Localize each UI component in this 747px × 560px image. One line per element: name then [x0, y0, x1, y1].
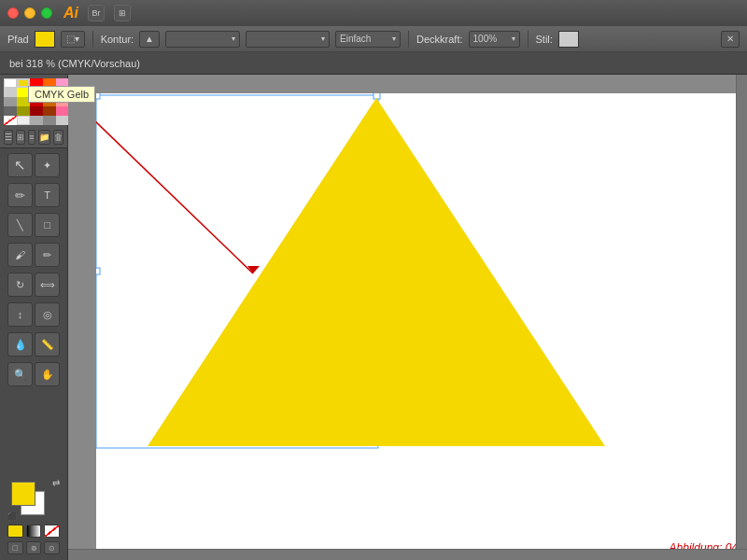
reset-colors-button[interactable]: ⬛ — [7, 512, 17, 521]
stil-swatch[interactable] — [558, 31, 579, 48]
maximize-button[interactable] — [41, 7, 52, 19]
main-layout: CMYK Gelb ☰ ⊞ ≡ 📁 🗑 ↖ ✦ ✏ T ╲ □ — [0, 75, 747, 560]
type-tool[interactable]: T — [35, 183, 60, 207]
handle-top-right[interactable] — [374, 93, 380, 99]
separator-3 — [528, 31, 529, 48]
swatch-yellow2[interactable] — [17, 88, 30, 97]
draw-mode-buttons: □ ⊚ ⊙ — [7, 541, 60, 554]
swap-colors-button[interactable]: ⇄ — [52, 478, 60, 488]
tool-row-4: 🖌 ✏ — [4, 241, 63, 269]
tool-row-7: 💧 📏 — [4, 330, 63, 358]
swatch-grid-btn[interactable]: ⊞ — [16, 130, 25, 145]
swatch-red2[interactable] — [30, 88, 43, 97]
color-area: ⇄ ⬛ □ ⊚ ⊙ — [0, 472, 67, 560]
swatch-red[interactable] — [30, 78, 43, 88]
canvas-area[interactable]: Abbildung: 04 — [68, 75, 747, 560]
pencil-tool[interactable]: ✏ — [35, 243, 60, 267]
direct-selection-tool[interactable]: ✦ — [35, 153, 60, 177]
bridge-icon[interactable]: Br — [88, 5, 105, 21]
swatch-orange[interactable] — [43, 78, 56, 88]
minimize-button[interactable] — [24, 7, 35, 19]
draw-normal-btn[interactable]: □ — [7, 541, 23, 554]
swatch-darkred[interactable] — [30, 97, 43, 106]
blend-tool[interactable]: ◎ — [35, 302, 60, 327]
close-button[interactable] — [7, 7, 19, 19]
swatch-white[interactable] — [4, 78, 17, 88]
swatch-salmon[interactable] — [56, 97, 69, 106]
vertical-scrollbar[interactable] — [736, 75, 747, 560]
swatch-grid — [0, 75, 67, 127]
pen-tool[interactable]: ✏ — [7, 183, 33, 207]
kontur-up-btn[interactable]: ▲ — [139, 31, 160, 48]
zoom-tool[interactable]: 🔍 — [7, 362, 33, 386]
stroke-style-dropdown[interactable]: Einfach — [335, 31, 401, 48]
swatch-do2[interactable] — [43, 106, 56, 116]
swatch-hotpink[interactable] — [56, 106, 69, 116]
swatch-grid1[interactable] — [17, 116, 30, 125]
titlebar: Ai Br ⊞ — [0, 0, 747, 26]
triangle-shape[interactable] — [148, 98, 605, 446]
swatch-dr2[interactable] — [30, 106, 43, 116]
swatch-s3[interactable] — [56, 116, 69, 125]
more-options-button[interactable]: ✕ — [721, 31, 740, 48]
no-fill-btn[interactable] — [44, 525, 60, 538]
swatch-s1[interactable] — [30, 116, 43, 125]
swatch-s2[interactable] — [43, 116, 56, 125]
swatch-pink[interactable] — [56, 78, 69, 88]
stroke-profile-dropdown[interactable] — [246, 31, 330, 48]
fill-color-box[interactable] — [11, 482, 35, 506]
hand-tool[interactable]: ✋ — [35, 362, 60, 386]
separator-1 — [92, 31, 93, 48]
draw-inside-btn[interactable]: ⊙ — [44, 541, 60, 554]
fill-stroke-indicator: ⇄ ⬛ — [7, 478, 60, 521]
swatch-none[interactable] — [4, 116, 17, 125]
pfad-label: Pfad — [7, 34, 29, 45]
reflect-tool[interactable]: ⟺ — [35, 273, 60, 297]
rotate-tool[interactable]: ↻ — [7, 273, 33, 297]
swatch-dgray[interactable] — [4, 106, 17, 116]
width-tool[interactable]: ↕ — [7, 302, 33, 327]
color-mode-buttons — [7, 525, 60, 538]
swatch-menu-btn[interactable]: ☰ — [4, 130, 13, 145]
tool-row-8: 🔍 ✋ — [4, 360, 63, 388]
selection-tool[interactable]: ↖ — [7, 153, 33, 177]
paintbrush-tool[interactable]: 🖌 — [7, 243, 33, 267]
shape-tool[interactable]: □ — [35, 213, 60, 237]
panel-actions: ☰ ⊞ ≡ 📁 🗑 — [0, 127, 67, 147]
handle-mid-left[interactable] — [96, 268, 100, 274]
handle-top-left[interactable] — [96, 93, 100, 99]
tool-buttons-container: ↖ ✦ ✏ T ╲ □ 🖌 ✏ ↻ ⟺ ↕ ◎ — [0, 148, 67, 472]
main-toolbar: Pfad ⬚▾ Kontur: ▲ Einfach Deckkraft: 100… — [0, 26, 747, 52]
swatch-folder-btn[interactable]: 📁 — [38, 130, 50, 145]
swatch-yellow[interactable] — [17, 78, 30, 88]
swatch-dy2[interactable] — [17, 106, 30, 116]
fill-color-swatch[interactable] — [35, 31, 55, 48]
artboard — [96, 93, 747, 560]
deckkraft-dropdown[interactable]: 100% — [469, 31, 520, 48]
gradient-btn[interactable] — [26, 525, 42, 538]
tool-row-3: ╲ □ — [4, 211, 63, 239]
swatch-darkorange[interactable] — [43, 97, 56, 106]
eyedropper-tool[interactable]: 💧 — [7, 332, 33, 357]
fill-options-button[interactable]: ⬚▾ — [61, 31, 85, 48]
view-options-icon[interactable]: ⊞ — [114, 5, 131, 21]
line-tool[interactable]: ╲ — [7, 213, 33, 237]
swatch-list-btn[interactable]: ≡ — [28, 130, 35, 145]
document-tab[interactable]: bei 318 % (CMYK/Vorschau) — [0, 52, 747, 75]
kontur-label: Kontur: — [101, 34, 134, 45]
stil-label: Stil: — [536, 34, 553, 45]
measure-tool[interactable]: 📏 — [35, 332, 60, 357]
swatch-delete-btn[interactable]: 🗑 — [53, 130, 63, 145]
tool-row-6: ↕ ◎ — [4, 301, 63, 329]
swatch-pink2[interactable] — [56, 88, 69, 97]
tool-row-1: ↖ ✦ — [4, 151, 63, 179]
swatch-gray[interactable] — [4, 97, 17, 106]
solid-color-btn[interactable] — [7, 525, 23, 538]
horizontal-scrollbar[interactable] — [68, 549, 747, 560]
tool-row-5: ↻ ⟺ — [4, 271, 63, 299]
swatch-lgray[interactable] — [4, 88, 17, 97]
swatch-orange2[interactable] — [43, 88, 56, 97]
draw-behind-btn[interactable]: ⊚ — [26, 541, 42, 554]
swatch-darkyellow[interactable] — [17, 97, 30, 106]
kontur-dropdown[interactable] — [165, 31, 240, 48]
